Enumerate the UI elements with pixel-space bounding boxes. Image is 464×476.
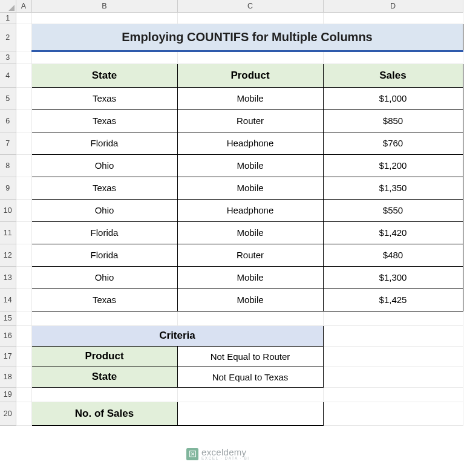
table-header-state[interactable]: State xyxy=(31,64,177,87)
row-header-18[interactable]: 18 xyxy=(0,367,16,387)
cell-product[interactable]: Mobile xyxy=(177,289,323,311)
cell-state[interactable]: Ohio xyxy=(31,199,177,221)
row-header-20[interactable]: 20 xyxy=(0,402,16,425)
result-label[interactable]: No. of Sales xyxy=(31,402,177,425)
cell-state[interactable]: Texas xyxy=(31,289,177,311)
row-header-7[interactable]: 7 xyxy=(0,132,16,154)
cell-A11[interactable] xyxy=(16,221,31,244)
cell-sales[interactable]: $1,200 xyxy=(323,154,463,177)
col-header-A[interactable]: A xyxy=(16,0,31,12)
criteria-label-product[interactable]: Product xyxy=(31,346,177,367)
cell-sales[interactable]: $1,425 xyxy=(323,289,463,311)
row-header-8[interactable]: 8 xyxy=(0,154,16,177)
cell-state[interactable]: Florida xyxy=(31,221,177,244)
cell-B19[interactable] xyxy=(31,387,177,402)
cell-A2[interactable] xyxy=(16,24,31,51)
cell-product[interactable]: Mobile xyxy=(177,87,323,109)
cell-state[interactable]: Ohio xyxy=(31,266,177,289)
cell-A19[interactable] xyxy=(16,387,31,402)
cell-sales[interactable]: $760 xyxy=(323,132,463,154)
row-header-5[interactable]: 5 xyxy=(0,87,16,109)
row-header-15[interactable]: 15 xyxy=(0,311,16,325)
row-header-9[interactable]: 9 xyxy=(0,177,16,199)
select-all-corner[interactable] xyxy=(0,0,16,12)
result-value[interactable] xyxy=(177,402,323,425)
cell-product[interactable]: Mobile xyxy=(177,221,323,244)
cell-B1[interactable] xyxy=(31,12,177,24)
cell-state[interactable]: Ohio xyxy=(31,154,177,177)
cell-A15[interactable] xyxy=(16,311,31,325)
criteria-value-state[interactable]: Not Equal to Texas xyxy=(177,367,323,387)
row-header-17[interactable]: 17 xyxy=(0,346,16,367)
cell-sales[interactable]: $1,350 xyxy=(323,177,463,199)
col-header-B[interactable]: B xyxy=(31,0,177,12)
cell-A13[interactable] xyxy=(16,266,31,289)
cell-sales[interactable]: $1,420 xyxy=(323,221,463,244)
cell-product[interactable]: Router xyxy=(177,109,323,132)
cell-D16[interactable] xyxy=(323,325,463,346)
cell-A16[interactable] xyxy=(16,325,31,346)
cell-state[interactable]: Texas xyxy=(31,177,177,199)
spreadsheet-grid[interactable]: A B C D 1 2 Employing COUNTIFS for Multi… xyxy=(0,0,463,426)
cell-sales[interactable]: $550 xyxy=(323,199,463,221)
cell-D1[interactable] xyxy=(323,12,463,24)
cell-state[interactable]: Florida xyxy=(31,244,177,266)
cell-D18[interactable] xyxy=(323,367,463,387)
criteria-value-product[interactable]: Not Equal to Router xyxy=(177,346,323,367)
cell-product[interactable]: Router xyxy=(177,244,323,266)
cell-product[interactable]: Mobile xyxy=(177,177,323,199)
cell-A14[interactable] xyxy=(16,289,31,311)
cell-state[interactable]: Texas xyxy=(31,109,177,132)
cell-A3[interactable] xyxy=(16,51,31,64)
row-header-10[interactable]: 10 xyxy=(0,199,16,221)
row-header-6[interactable]: 6 xyxy=(0,109,16,132)
row-header-1[interactable]: 1 xyxy=(0,12,16,24)
cell-A1[interactable] xyxy=(16,12,31,24)
cell-sales[interactable]: $1,000 xyxy=(323,87,463,109)
cell-C19[interactable] xyxy=(177,387,323,402)
cell-B15[interactable] xyxy=(31,311,177,325)
row-header-14[interactable]: 14 xyxy=(0,289,16,311)
cell-product[interactable]: Headphone xyxy=(177,132,323,154)
cell-product[interactable]: Headphone xyxy=(177,199,323,221)
row-header-13[interactable]: 13 xyxy=(0,266,16,289)
cell-C1[interactable] xyxy=(177,12,323,24)
cell-A8[interactable] xyxy=(16,154,31,177)
cell-sales[interactable]: $1,300 xyxy=(323,266,463,289)
cell-state[interactable]: Texas xyxy=(31,87,177,109)
row-header-11[interactable]: 11 xyxy=(0,221,16,244)
cell-A4[interactable] xyxy=(16,64,31,87)
cell-product[interactable]: Mobile xyxy=(177,266,323,289)
cell-A7[interactable] xyxy=(16,132,31,154)
row-header-2[interactable]: 2 xyxy=(0,24,16,51)
cell-D19[interactable] xyxy=(323,387,463,402)
table-header-sales[interactable]: Sales xyxy=(323,64,463,87)
cell-A20[interactable] xyxy=(16,402,31,425)
row-header-12[interactable]: 12 xyxy=(0,244,16,266)
row-header-3[interactable]: 3 xyxy=(0,51,16,64)
cell-A17[interactable] xyxy=(16,346,31,367)
col-header-C[interactable]: C xyxy=(177,0,323,12)
row-header-4[interactable]: 4 xyxy=(0,64,16,87)
row-header-19[interactable]: 19 xyxy=(0,387,16,402)
table-header-product[interactable]: Product xyxy=(177,64,323,87)
cell-C15[interactable] xyxy=(177,311,323,325)
cell-A12[interactable] xyxy=(16,244,31,266)
cell-C3[interactable] xyxy=(177,51,323,64)
cell-A18[interactable] xyxy=(16,367,31,387)
cell-A6[interactable] xyxy=(16,109,31,132)
col-header-D[interactable]: D xyxy=(323,0,463,12)
cell-A9[interactable] xyxy=(16,177,31,199)
page-title[interactable]: Employing COUNTIFS for Multiple Columns xyxy=(31,24,463,51)
cell-sales[interactable]: $850 xyxy=(323,109,463,132)
criteria-label-state[interactable]: State xyxy=(31,367,177,387)
cell-D20[interactable] xyxy=(323,402,463,425)
cell-state[interactable]: Florida xyxy=(31,132,177,154)
cell-B3[interactable] xyxy=(31,51,177,64)
cell-A10[interactable] xyxy=(16,199,31,221)
criteria-title[interactable]: Criteria xyxy=(31,325,323,346)
cell-product[interactable]: Mobile xyxy=(177,154,323,177)
cell-D15[interactable] xyxy=(323,311,463,325)
cell-D3[interactable] xyxy=(323,51,463,64)
cell-sales[interactable]: $480 xyxy=(323,244,463,266)
